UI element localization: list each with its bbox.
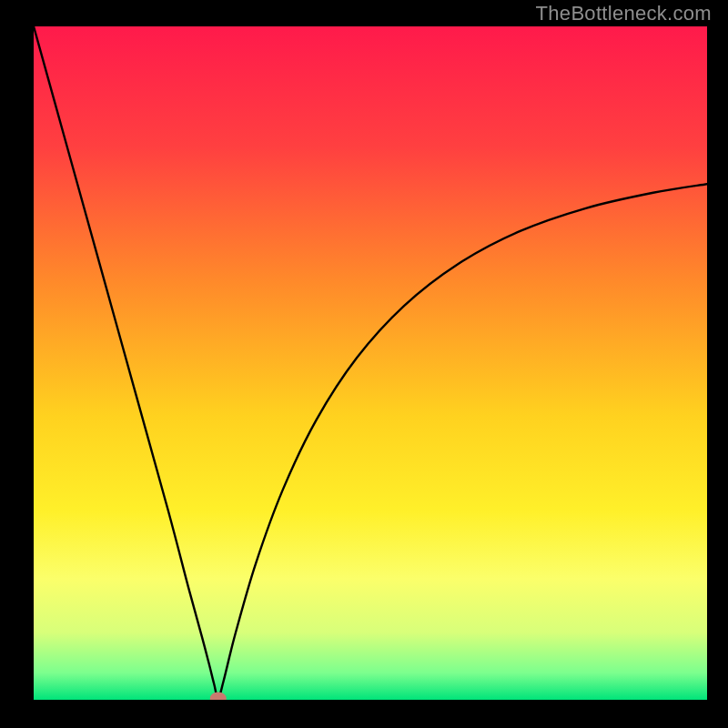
plot-area	[34, 26, 707, 700]
gradient-background	[34, 26, 707, 700]
watermark-text: TheBottleneck.com	[536, 2, 712, 25]
chart-frame: TheBottleneck.com	[0, 0, 728, 728]
chart-canvas	[34, 26, 707, 700]
